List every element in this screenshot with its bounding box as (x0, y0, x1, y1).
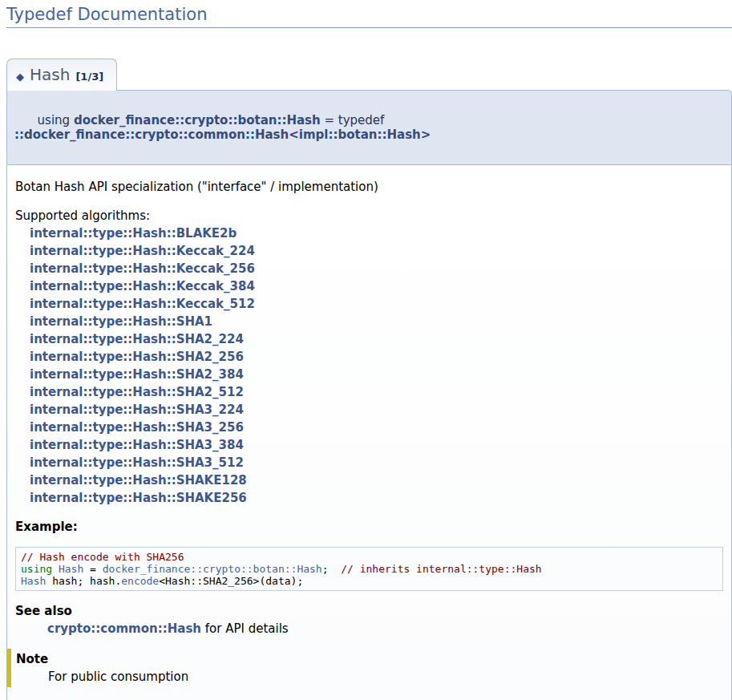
algorithm-link[interactable]: internal::type::Hash::SHAKE256 (30, 491, 247, 505)
example-label: Example: (15, 518, 723, 536)
note-text: For public consumption (48, 668, 723, 686)
decl-value-link[interactable]: ::docker_finance::crypto::common::Hash<i… (14, 127, 431, 142)
code-line: // Hash encode with SHA256 (21, 551, 718, 563)
overload-index: [1/3] (75, 71, 103, 83)
code-line: using Hash = docker_finance::crypto::bot… (21, 563, 718, 575)
algorithm-line: internal::type::Hash::Keccak_384 (30, 277, 723, 295)
member-description: Botan Hash API specialization ("interfac… (15, 178, 723, 196)
algorithm-line: internal::type::Hash::SHA2_512 (30, 383, 723, 401)
algorithm-line: internal::type::Hash::SHA2_256 (30, 348, 723, 366)
algorithm-line: internal::type::Hash::Keccak_256 (30, 260, 723, 277)
algorithm-line: internal::type::Hash::SHA3_512 (30, 454, 723, 471)
member-title-tab: ◆Hash[1/3] (6, 59, 117, 91)
supported-algorithms-block: Supported algorithms: internal::type::Ha… (15, 207, 723, 507)
algorithm-link[interactable]: internal::type::Hash::SHA2_224 (30, 332, 244, 346)
decl-name-link[interactable]: docker_finance::crypto::botan::Hash (74, 113, 321, 127)
decl-connector: = typedef (321, 113, 388, 127)
code-fragment: // Hash encode with SHA256using Hash = d… (15, 547, 723, 591)
note-label: Note (16, 650, 723, 668)
algorithm-line: internal::type::Hash::SHA2_384 (30, 366, 723, 383)
decl-keyword: using (38, 113, 74, 127)
code-link[interactable]: docker_finance::crypto::botan::Hash (103, 563, 322, 575)
code-token-plain: <Hash::SHA2_256>(data); (159, 575, 303, 587)
member-documentation: Botan Hash API specialization ("interfac… (6, 165, 732, 700)
see-also-label: See also (15, 602, 723, 620)
code-link[interactable]: Hash (21, 575, 46, 587)
code-token-comment: // Hash encode with SHA256 (21, 551, 184, 563)
algorithm-link[interactable]: internal::type::Hash::SHA3_256 (30, 420, 244, 435)
code-token-comment: // inherits internal::type::Hash (341, 563, 541, 575)
code-token-plain: hash; hash. (46, 575, 121, 587)
code-token-plain: ; (322, 563, 341, 575)
code-token-keyword: using (21, 563, 59, 575)
code-token-plain: = (83, 563, 102, 575)
member-name: Hash (30, 65, 70, 84)
member-prototype: using docker_finance::crypto::botan::Has… (6, 90, 732, 165)
see-also-section: See also crypto::common::Hash for API de… (15, 602, 723, 637)
algorithm-line: internal::type::Hash::SHAKE128 (30, 471, 723, 489)
permalink-diamond-icon[interactable]: ◆ (16, 71, 24, 83)
algorithm-line: internal::type::Hash::SHAKE256 (30, 489, 723, 507)
member-item-hash: ◆Hash[1/3] using docker_finance::crypto:… (6, 28, 732, 700)
algorithm-link[interactable]: internal::type::Hash::BLAKE2b (30, 226, 237, 241)
algorithm-link[interactable]: internal::type::Hash::SHA3_512 (30, 455, 244, 470)
note-section: Note For public consumption (7, 649, 723, 687)
algorithm-line: internal::type::Hash::SHA1 (30, 313, 723, 330)
algorithm-link[interactable]: internal::type::Hash::SHA1 (30, 314, 212, 329)
see-also-link[interactable]: crypto::common::Hash (47, 621, 201, 636)
algorithm-line: internal::type::Hash::SHA2_224 (30, 330, 723, 348)
algorithm-line: internal::type::Hash::SHA3_256 (30, 419, 723, 436)
algorithm-line: internal::type::Hash::SHA3_224 (30, 401, 723, 419)
see-also-text: for API details (201, 621, 289, 636)
algorithm-list: internal::type::Hash::BLAKE2binternal::t… (15, 225, 723, 507)
algorithm-link[interactable]: internal::type::Hash::SHA2_512 (30, 385, 244, 399)
typedef-documentation-section: Typedef Documentation ◆Hash[1/3] using d… (0, 0, 732, 700)
algorithm-line: internal::type::Hash::Keccak_512 (30, 295, 723, 313)
algorithm-link[interactable]: internal::type::Hash::Keccak_256 (30, 261, 255, 276)
supported-algorithms-label: Supported algorithms: (15, 208, 150, 223)
code-link[interactable]: encode (121, 575, 159, 587)
algorithm-line: internal::type::Hash::Keccak_224 (30, 242, 723, 260)
code-link[interactable]: Hash (59, 563, 83, 575)
algorithm-link[interactable]: internal::type::Hash::SHA2_256 (30, 350, 244, 364)
algorithm-link[interactable]: internal::type::Hash::Keccak_224 (30, 244, 255, 258)
algorithm-link[interactable]: internal::type::Hash::SHAKE128 (30, 473, 247, 488)
algorithm-line: internal::type::Hash::SHA3_384 (30, 436, 723, 454)
see-also-content: crypto::common::Hash for API details (47, 620, 723, 637)
algorithm-link[interactable]: internal::type::Hash::Keccak_512 (30, 297, 255, 311)
algorithm-link[interactable]: internal::type::Hash::SHA3_384 (30, 438, 244, 452)
code-line: Hash hash; hash.encode<Hash::SHA2_256>(d… (21, 575, 718, 587)
algorithm-link[interactable]: internal::type::Hash::SHA2_384 (30, 367, 244, 382)
page-title: Typedef Documentation (6, 0, 732, 28)
algorithm-link[interactable]: internal::type::Hash::SHA3_224 (30, 403, 244, 417)
algorithm-line: internal::type::Hash::BLAKE2b (30, 225, 723, 242)
algorithm-link[interactable]: internal::type::Hash::Keccak_384 (30, 279, 255, 293)
